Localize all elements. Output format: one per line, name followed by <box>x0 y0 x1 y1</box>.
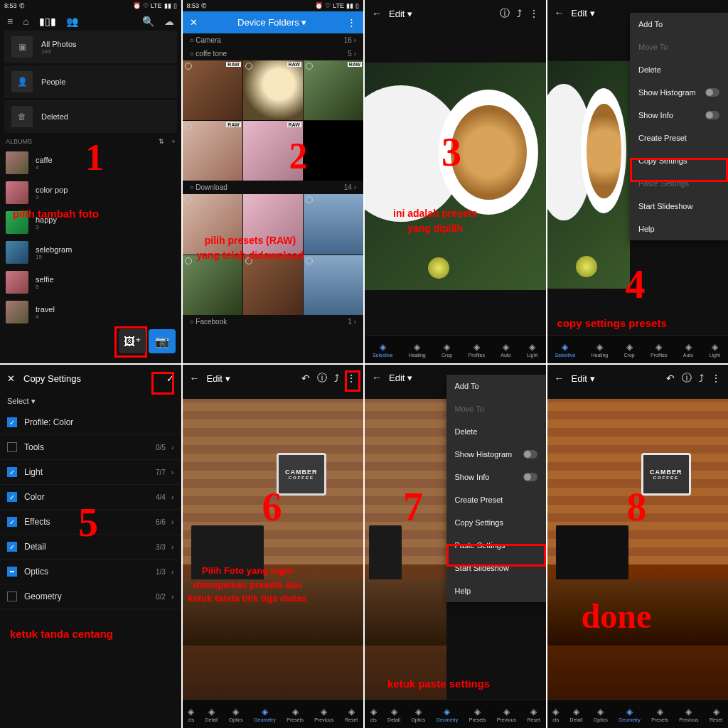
folder-row-coffetone[interactable]: ○ coffe tone5 › <box>183 47 364 60</box>
photo-preview[interactable]: CAMBERCOFFEE <box>183 399 364 700</box>
tool-crop[interactable]: ◈Crop <box>441 342 452 358</box>
album-item[interactable]: selfie8 <box>0 267 181 297</box>
photo-preview[interactable] <box>365 63 546 290</box>
album-item[interactable]: selebgram15 <box>0 237 181 267</box>
menu-histogram[interactable]: Show Histogram <box>630 81 728 104</box>
album-item[interactable]: color pop3 <box>0 178 181 208</box>
checkbox-partial-icon[interactable] <box>7 567 17 577</box>
share-icon[interactable]: ⤴ <box>517 8 522 19</box>
all-photos-row[interactable]: ▣ All Photos163 <box>4 31 177 63</box>
info-icon[interactable]: ⓘ <box>500 7 510 20</box>
thumb[interactable]: RAW <box>183 121 242 181</box>
undo-icon[interactable]: ↶ <box>301 373 310 384</box>
menu-create-preset[interactable]: Create Preset <box>446 488 546 511</box>
close-icon[interactable]: ✕ <box>7 373 15 384</box>
back-icon[interactable]: ← <box>372 8 382 19</box>
menu-create-preset[interactable]: Create Preset <box>630 127 728 149</box>
thumb[interactable] <box>243 255 303 315</box>
menu-add-to[interactable]: Add To <box>630 13 728 36</box>
copy-setting-row[interactable]: ✓Light 7/7 › <box>0 460 181 485</box>
menu-info[interactable]: Show Info <box>446 466 546 488</box>
folders-title[interactable]: Device Folders <box>237 17 299 28</box>
tool-selective[interactable]: ◈Selective <box>373 342 392 358</box>
camera-button[interactable]: 📷 <box>149 329 176 353</box>
tool-presets[interactable]: ◈Presets <box>469 707 486 722</box>
back-icon[interactable]: ← <box>372 372 382 383</box>
copy-setting-row[interactable]: Geometry 0/2 › <box>0 584 181 609</box>
tool-auto[interactable]: ◈Auto <box>683 342 693 358</box>
tool-reset[interactable]: ◈Reset <box>527 707 540 722</box>
thumb[interactable]: RAW <box>243 60 303 120</box>
thumb[interactable] <box>183 255 242 315</box>
folder-row-facebook[interactable]: ○ Facebook1 › <box>183 315 364 328</box>
checkbox-icon[interactable] <box>7 442 17 452</box>
tool-selective[interactable]: ◈Selective <box>555 342 575 358</box>
home-icon[interactable]: ⌂ <box>23 16 28 27</box>
more-icon[interactable]: ⋮ <box>347 17 356 28</box>
library-icon[interactable]: ▮▯▮ <box>39 16 56 27</box>
checkbox-icon[interactable]: ✓ <box>7 517 17 527</box>
chevron-right-icon[interactable]: › <box>171 468 174 476</box>
edit-title[interactable]: Edit <box>389 9 405 19</box>
tool-previous[interactable]: ◈Previous <box>497 707 516 722</box>
tool-profiles[interactable]: ◈Profiles <box>651 342 667 358</box>
checkbox-icon[interactable]: ✓ <box>7 542 17 552</box>
toggle-icon[interactable] <box>523 450 537 459</box>
tool-optics[interactable]: ◈Optics <box>229 707 243 722</box>
info-icon[interactable]: ⓘ <box>317 372 327 385</box>
menu-icon[interactable]: ≡ <box>7 16 13 27</box>
tool-optics[interactable]: ◈Optics <box>411 707 425 722</box>
menu-info[interactable]: Show Info <box>630 104 728 127</box>
toggle-icon[interactable] <box>705 111 719 119</box>
more-icon[interactable]: ⋮ <box>529 8 539 19</box>
back-icon[interactable]: ← <box>190 373 200 384</box>
share-icon[interactable]: ⤴ <box>699 373 704 384</box>
chevron-right-icon[interactable]: › <box>171 592 174 601</box>
tool-healing[interactable]: ◈Healing <box>591 342 608 358</box>
photo-preview[interactable]: CAMBERCOFFEE <box>547 399 729 700</box>
add-album-icon[interactable]: + <box>171 138 175 145</box>
tool-geometry[interactable]: ◈Geometry <box>437 707 459 722</box>
back-icon[interactable]: ← <box>555 373 564 384</box>
sort-icon[interactable]: ⇅ <box>159 138 164 145</box>
tool-presets[interactable]: ◈Presets <box>287 707 304 722</box>
folder-row-camera[interactable]: ○ Camera16 › <box>183 33 364 47</box>
close-icon[interactable]: ✕ <box>190 17 198 28</box>
tool-cts[interactable]: ◈cts <box>188 707 194 722</box>
back-icon[interactable]: ← <box>555 7 564 18</box>
album-item[interactable]: travel4 <box>0 297 181 327</box>
tool-reset[interactable]: ◈Reset <box>710 707 722 722</box>
copy-setting-row[interactable]: Optics 1/3 › <box>0 560 181 584</box>
tool-optics[interactable]: ◈Optics <box>594 707 608 722</box>
chevron-right-icon[interactable]: › <box>171 542 174 551</box>
tool-healing[interactable]: ◈Healing <box>409 342 426 358</box>
checkbox-icon[interactable]: ✓ <box>7 467 17 477</box>
toggle-icon[interactable] <box>705 88 719 97</box>
thumb[interactable]: RAW <box>183 60 242 120</box>
menu-help[interactable]: Help <box>446 579 546 602</box>
tool-auto[interactable]: ◈Auto <box>500 342 510 358</box>
add-photo-button[interactable]: 🖼⁺ <box>119 329 146 353</box>
thumb[interactable]: RAW <box>304 60 363 120</box>
folder-row-download[interactable]: ○ Download14 › <box>183 181 364 194</box>
menu-delete[interactable]: Delete <box>446 420 546 443</box>
menu-histogram[interactable]: Show Histogram <box>446 443 546 466</box>
people-row[interactable]: 👤 People <box>4 65 177 98</box>
thumb[interactable] <box>304 255 363 315</box>
checkbox-icon[interactable]: ✓ <box>7 417 17 427</box>
tool-detail[interactable]: ◈Detail <box>387 707 400 722</box>
menu-delete[interactable]: Delete <box>630 58 728 81</box>
people-icon[interactable]: 👥 <box>66 16 78 27</box>
photo-preview[interactable] <box>365 399 446 700</box>
select-dropdown[interactable]: Select ▾ <box>0 392 181 410</box>
tool-geometry[interactable]: ◈Geometry <box>619 707 641 722</box>
chevron-right-icon[interactable]: › <box>171 443 174 451</box>
checkbox-icon[interactable]: ✓ <box>7 492 17 502</box>
toggle-icon[interactable] <box>523 473 537 481</box>
thumb[interactable] <box>304 194 363 254</box>
search-icon[interactable]: 🔍 <box>142 16 154 27</box>
tool-previous[interactable]: ◈Previous <box>679 707 698 722</box>
tool-profiles[interactable]: ◈Profiles <box>469 342 485 358</box>
menu-add-to[interactable]: Add To <box>446 375 546 397</box>
chevron-right-icon[interactable]: › <box>171 567 174 576</box>
